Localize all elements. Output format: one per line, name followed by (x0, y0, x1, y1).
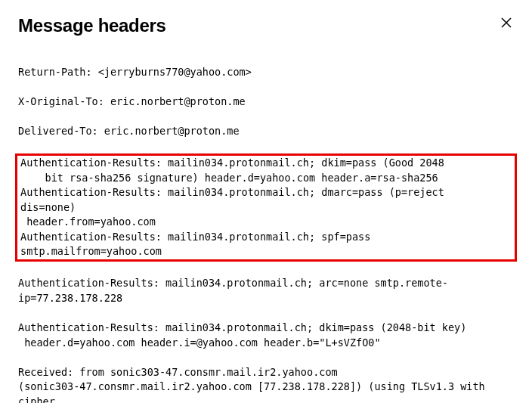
header-delivered-to: Delivered-To: eric.norbert@proton.me (18, 124, 514, 139)
header-auth-dkim2: Authentication-Results: mailin034.proton… (18, 321, 514, 350)
header-auth-arc: Authentication-Results: mailin034.proton… (18, 276, 514, 305)
close-button[interactable] (499, 15, 514, 30)
headers-content: Return-Path: <jerryburns770@yahoo.com> X… (18, 50, 514, 403)
header-x-original-to: X-Original-To: eric.norbert@proton.me (18, 95, 514, 110)
dialog-title: Message headers (18, 15, 166, 36)
header-return-path: Return-Path: <jerryburns770@yahoo.com> (18, 65, 514, 80)
dialog-header: Message headers (18, 15, 514, 36)
highlighted-auth-results: Authentication-Results: mailin034.proton… (15, 153, 517, 262)
header-received: Received: from sonic303-47.consmr.mail.i… (18, 365, 514, 403)
close-icon (500, 17, 512, 29)
